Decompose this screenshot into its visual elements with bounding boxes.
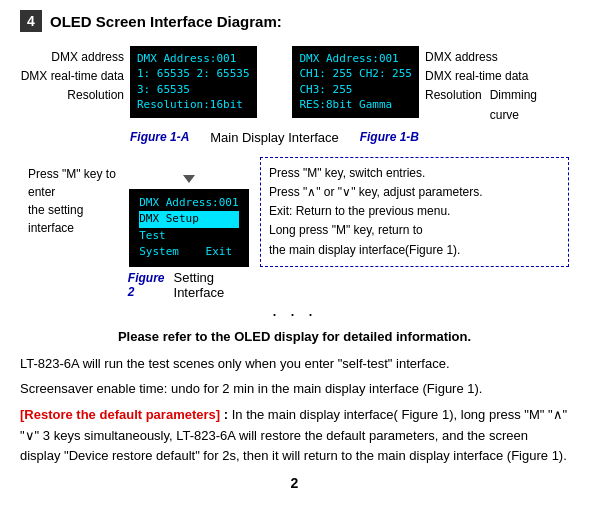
oled1-line1: DMX Address:001 xyxy=(137,51,250,66)
dmx-address-label-left: DMX address xyxy=(20,48,124,67)
dashed-line3: Exit: Return to the previous menu. xyxy=(269,202,560,221)
figure2-row: Figure 2 Setting Interface xyxy=(128,270,250,300)
dmx-data-label-left: DMX real-time data xyxy=(20,67,124,86)
section-heading: OLED Screen Interface Diagram: xyxy=(50,13,282,30)
press-m-text: Press "M" key to enter the setting inter… xyxy=(20,155,128,237)
top-diagram: DMX address DMX real-time data Resolutio… xyxy=(20,46,569,145)
oled2-line3: CH3: 255 xyxy=(299,82,412,97)
resolution-label-left: Resolution xyxy=(20,86,124,105)
restore-colon: : xyxy=(220,407,228,422)
main-display-label: Main Display Interface xyxy=(189,130,359,145)
dashed-instructions: Press "M" key, switch entries. Press "∧"… xyxy=(260,157,569,267)
press-m-row: Press "M" key to enter the setting inter… xyxy=(20,155,250,300)
dmx-address-label-right: DMX address xyxy=(425,48,569,67)
figure1b-label: Figure 1-B xyxy=(360,130,419,144)
section-title: 4 OLED Screen Interface Diagram: xyxy=(20,10,569,32)
oled2-line1: DMX Address:001 xyxy=(299,51,412,66)
resolution-label-right: Resolution xyxy=(425,86,482,124)
oled1-line3: 3: 65535 xyxy=(137,82,250,97)
oled-box-1b: DMX Address:001 CH1: 255 CH2: 255 CH3: 2… xyxy=(292,46,419,118)
figure1a-label: Figure 1-A xyxy=(130,130,189,144)
oled2-line4: RES:8bit Gamma xyxy=(299,97,412,112)
dashed-line4: Long press "M" key, return to xyxy=(269,221,560,240)
setting-line4: System Exit xyxy=(139,244,238,261)
arrow-down-icon xyxy=(183,175,195,183)
dots: · · · xyxy=(20,304,569,325)
oled2-line2: CH1: 255 CH2: 255 xyxy=(299,66,412,81)
figure2-caption: Setting Interface xyxy=(174,270,250,300)
dimming-curve-label: Dimming curve xyxy=(490,86,569,124)
oled-box-1a: DMX Address:001 1: 65535 2: 65535 3: 655… xyxy=(130,46,257,118)
mid-left: Press "M" key to enter the setting inter… xyxy=(20,155,250,300)
right-labels: DMX address DMX real-time data Resolutio… xyxy=(419,46,569,125)
figure-labels-row: Figure 1-A Main Display Interface Figure… xyxy=(20,130,569,145)
arrow-col: DMX Address:001 DMX Setup Test System Ex… xyxy=(128,155,250,300)
section-num: 4 xyxy=(20,10,42,32)
setting-line3: Test xyxy=(139,228,238,245)
figure2-label: Figure 2 xyxy=(128,271,166,299)
restore-label: [Restore the default parameters] xyxy=(20,407,220,422)
info-line-1: LT-823-6A will run the test scenes only … xyxy=(20,354,569,374)
page-number: 2 xyxy=(20,475,569,491)
oled-setting-box: DMX Address:001 DMX Setup Test System Ex… xyxy=(129,189,248,267)
dmx-data-label-right: DMX real-time data xyxy=(425,67,569,86)
mid-right: Press "M" key, switch entries. Press "∧"… xyxy=(250,155,569,267)
dashed-line1: Press "M" key, switch entries. xyxy=(269,164,560,183)
info-line-2: Screensaver enable time: undo for 2 min … xyxy=(20,379,569,399)
oled1-line2: 1: 65535 2: 65535 xyxy=(137,66,250,81)
dashed-line5: the main display interface(Figure 1). xyxy=(269,241,560,260)
middle-section: Press "M" key to enter the setting inter… xyxy=(20,155,569,300)
dashed-line2: Press "∧" or "∨" key, adjust parameters. xyxy=(269,183,560,202)
refer-text: Please refer to the OLED display for det… xyxy=(20,329,569,344)
left-labels: DMX address DMX real-time data Resolutio… xyxy=(20,46,130,106)
restore-section: [Restore the default parameters] : In th… xyxy=(20,405,569,467)
setting-line2: DMX Setup xyxy=(139,211,238,228)
setting-line1: DMX Address:001 xyxy=(139,195,238,212)
figure-boxes-row: DMX address DMX real-time data Resolutio… xyxy=(20,46,569,125)
oled1-line4: Resolution:16bit xyxy=(137,97,250,112)
